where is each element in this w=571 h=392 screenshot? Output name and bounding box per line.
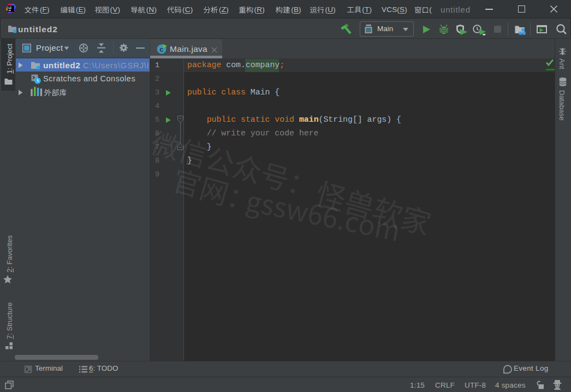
svg-text:IJ: IJ [8,6,11,10]
svg-text:C: C [160,47,164,54]
